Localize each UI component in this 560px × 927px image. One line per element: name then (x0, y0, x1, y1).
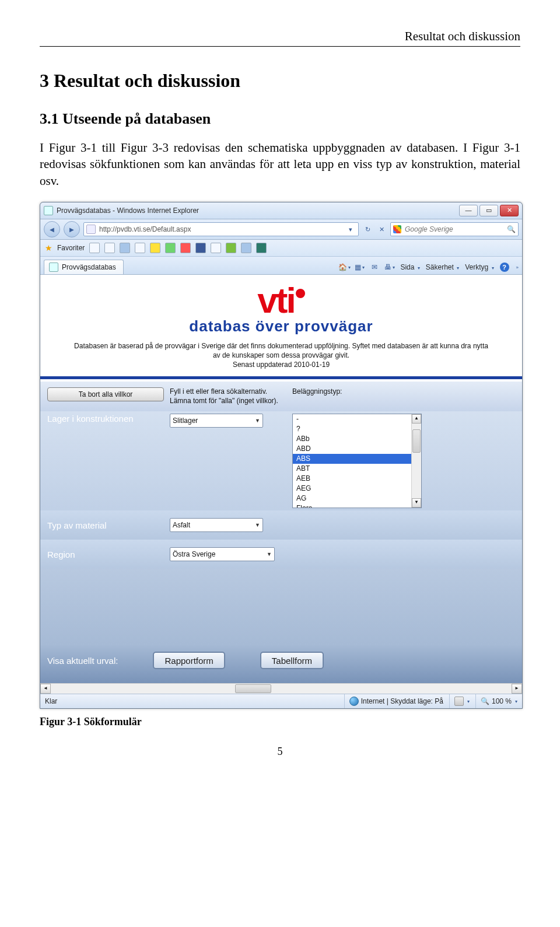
forward-button[interactable]: ► (64, 221, 80, 237)
listbox-option[interactable]: ABS (293, 454, 412, 464)
listbox-option[interactable]: AG (293, 494, 412, 503)
favlink-icon[interactable] (89, 243, 100, 253)
home-icon[interactable]: 🏠▾ (340, 263, 349, 272)
favorites-bar: ★ Favoriter (40, 240, 522, 257)
hscroll-thumb[interactable] (235, 684, 271, 693)
vti-logo: vti (40, 285, 522, 316)
listbox-option[interactable]: ABT (293, 464, 412, 474)
favorites-star-icon[interactable]: ★ (45, 243, 52, 253)
favlink-icon[interactable] (165, 243, 176, 253)
scroll-down-icon[interactable]: ▼ (412, 498, 421, 508)
status-bar: Klar Internet | Skyddat läge: På ▾ 🔍 100… (40, 694, 522, 708)
hint-line1: Fyll i ett eller flera sökalternativ. (170, 387, 286, 397)
logo-subtitle: databas över provvägar (40, 317, 522, 335)
combo-typ-value: Asfalt (173, 521, 190, 529)
tabellform-button[interactable]: Tabellform (260, 652, 324, 669)
combo-typ[interactable]: Asfalt ▼ (170, 518, 263, 532)
print-icon[interactable]: 🖶▾ (385, 263, 394, 272)
remove-filters-button[interactable]: Ta bort alla villkor (47, 387, 164, 401)
minimize-button[interactable]: — (459, 205, 478, 216)
search-box[interactable]: 🔍 (390, 222, 519, 236)
favorites-label: Favoriter (57, 244, 85, 252)
db-description-line1: Databasen är baserad på de provvägar i S… (51, 341, 512, 351)
favlink-icon[interactable] (241, 243, 251, 253)
status-left: Klar (45, 697, 57, 705)
favlink-icon[interactable] (120, 243, 130, 253)
combo-region[interactable]: Östra Sverige ▼ (170, 547, 275, 561)
favlink-icon[interactable] (104, 243, 115, 253)
dropdown-icon[interactable]: ▾ (345, 224, 356, 235)
chevron-down-icon[interactable]: ▾ (515, 699, 517, 704)
belaggning-label: Beläggningstyp: (292, 387, 515, 396)
help-icon[interactable]: ? (500, 263, 509, 272)
search-input[interactable] (404, 225, 505, 234)
favlink-icon[interactable] (135, 243, 145, 253)
ie-window: Provvägsdatabas - Windows Internet Explo… (40, 202, 523, 709)
horizontal-scrollbar[interactable]: ◄ ► (40, 683, 522, 694)
listbox-option[interactable]: Flera (293, 503, 412, 508)
scroll-right-icon[interactable]: ► (512, 684, 522, 694)
header-rule (40, 46, 520, 47)
listbox-option[interactable]: AEB (293, 474, 412, 484)
figure-caption: Figur 3-1 Sökformulär (40, 716, 520, 728)
favlink-icon[interactable] (211, 243, 221, 253)
zoom-value: 100 % (492, 697, 512, 705)
belaggning-listbox[interactable]: -?ABbABDABSABTAEBAEGAGFlera ▲ ▼ (292, 414, 422, 508)
tab-favicon (49, 263, 58, 272)
gradient-spacer (40, 569, 522, 645)
label-region: Region (47, 550, 164, 559)
zoom-icon[interactable]: 🔍 (481, 697, 489, 705)
hint-line2: Lämna tomt för "alla" (inget villkor). (170, 397, 286, 406)
visa-label: Visa aktuellt urval: (47, 656, 118, 666)
feeds-icon[interactable]: ▦▾ (355, 263, 364, 272)
scroll-thumb[interactable] (412, 429, 421, 453)
running-header: Resultat och diskussion (40, 29, 520, 44)
address-bar[interactable]: ▾ (83, 222, 359, 236)
maximize-button[interactable]: ▭ (480, 205, 498, 216)
page-number: 5 (40, 746, 520, 758)
webpage-content: vti databas över provvägar Databasen är … (40, 275, 522, 694)
db-description-line2: av de kunskaper som dessa provvägar givi… (51, 351, 512, 360)
tab-bar: Provvägsdatabas 🏠▾ ▦▾ ✉ 🖶▾ Sida ▾ Säkerh… (40, 257, 522, 275)
favlink-icon[interactable] (195, 243, 206, 253)
status-zone: Internet | Skyddat läge: På (361, 697, 443, 705)
listbox-scrollbar[interactable]: ▲ ▼ (411, 414, 421, 508)
url-input[interactable] (98, 225, 343, 234)
listbox-option[interactable]: ABD (293, 444, 412, 454)
favlink-icon[interactable] (256, 243, 267, 253)
refresh-icon[interactable]: ↻ (362, 224, 373, 235)
favlink-icon[interactable] (150, 243, 160, 253)
db-description-line3: Senast uppdaterad 2010-01-19 (51, 360, 512, 369)
listbox-option[interactable]: ? (293, 424, 412, 434)
favlink-icon[interactable] (226, 243, 236, 253)
window-titlebar: Provvägsdatabas - Windows Internet Explo… (40, 202, 522, 219)
favlink-icon[interactable] (180, 243, 191, 253)
label-typ: Typ av material (47, 520, 164, 530)
listbox-option[interactable]: AEG (293, 484, 412, 494)
tools-menu[interactable]: Verktyg ▾ (465, 263, 494, 271)
combo-lager-value: Slitlager (173, 417, 198, 425)
page-menu[interactable]: Sida ▾ (400, 263, 419, 271)
mail-icon[interactable]: ✉ (370, 263, 379, 272)
chevron-down-icon: ▼ (255, 522, 260, 528)
listbox-option[interactable]: - (293, 414, 412, 424)
logo-dot-icon (296, 289, 305, 298)
rapportform-button[interactable]: Rapportform (153, 652, 225, 669)
chevron-down-icon: ▼ (255, 418, 260, 424)
combo-lager[interactable]: Slitlager ▼ (170, 414, 263, 428)
chevron-right-icon[interactable]: » (516, 265, 519, 270)
search-icon[interactable]: 🔍 (507, 225, 516, 233)
heading-2: 3.1 Utseende på databasen (40, 110, 520, 128)
listbox-option[interactable]: ABb (293, 434, 412, 444)
back-button[interactable]: ◄ (44, 221, 60, 237)
combo-region-value: Östra Sverige (173, 550, 215, 558)
window-title: Provvägsdatabas - Windows Internet Explo… (57, 207, 459, 215)
safety-menu[interactable]: Säkerhet ▾ (426, 263, 459, 271)
scroll-up-icon[interactable]: ▲ (412, 414, 421, 424)
close-button[interactable]: ✕ (500, 205, 519, 216)
scroll-left-icon[interactable]: ◄ (40, 684, 51, 694)
stop-icon[interactable]: ✕ (376, 224, 387, 235)
tab-label: Provvägsdatabas (62, 263, 116, 271)
active-tab[interactable]: Provvägsdatabas (44, 260, 124, 274)
security-icon[interactable] (454, 697, 464, 706)
